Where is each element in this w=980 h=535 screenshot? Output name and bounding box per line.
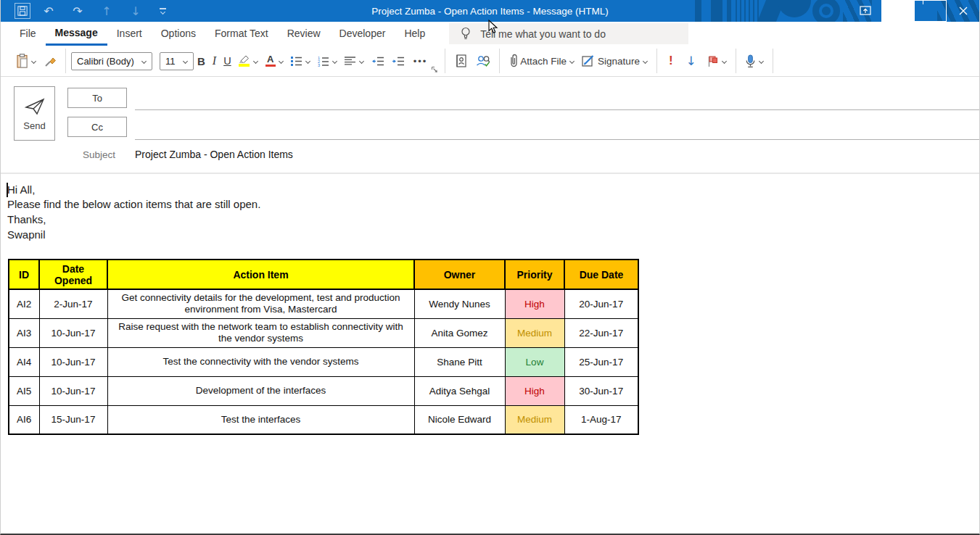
cell-date-opened: 10-Jun-17 <box>39 376 107 405</box>
cell-id: AI5 <box>9 376 39 405</box>
paperclip-icon <box>508 54 517 68</box>
italic-button[interactable]: I <box>209 49 220 72</box>
increase-indent-button[interactable] <box>388 49 408 72</box>
follow-up-flag-button[interactable] <box>703 49 730 72</box>
numbering-button[interactable]: 123 <box>314 49 341 72</box>
text-caret <box>7 183 8 197</box>
cell-action-item: Test the connectivity with the vendor sy… <box>107 347 414 376</box>
align-left-icon <box>345 57 356 65</box>
cell-priority: Low <box>505 347 564 376</box>
format-painter-button[interactable] <box>40 49 60 72</box>
body-greeting: Hi All, <box>7 183 979 197</box>
cell-due-date: 1-Aug-17 <box>564 405 638 434</box>
action-items-table: ID Date Opened Action Item Owner Priorit… <box>8 259 639 435</box>
signature-icon <box>582 54 595 67</box>
signature-button[interactable]: Signature <box>578 49 651 72</box>
cell-owner: Anita Gomez <box>414 318 505 347</box>
cc-field[interactable] <box>135 119 979 140</box>
message-body-editor[interactable]: Hi All, Please find the below action ite… <box>1 174 979 535</box>
cell-owner: Shane Pitt <box>414 347 505 376</box>
dialog-launcher-icon[interactable] <box>431 66 438 73</box>
cell-id: AI6 <box>9 405 39 434</box>
font-size-select[interactable]: 11 <box>160 52 194 70</box>
tab-review[interactable]: Review <box>278 22 330 46</box>
address-book-button[interactable] <box>450 49 472 72</box>
cell-owner: Nicole Edward <box>414 405 505 434</box>
window-controls <box>849 0 979 22</box>
compose-header: Send To Cc Subject Project Zumba - Open … <box>1 77 979 174</box>
text-highlight-button[interactable] <box>235 49 262 72</box>
tab-file[interactable]: File <box>10 22 46 46</box>
tell-me-search[interactable]: Tell me what you want to do <box>449 23 688 44</box>
address-book-icon <box>454 54 468 67</box>
more-commands-button[interactable]: ••• <box>410 49 432 72</box>
undo-icon[interactable]: ↶ <box>34 0 63 22</box>
font-name-select[interactable]: Calibri (Body) <box>71 52 152 70</box>
dictate-button[interactable] <box>741 49 767 72</box>
customize-quick-access-icon[interactable] <box>150 0 175 22</box>
paste-button[interactable] <box>12 49 40 72</box>
flag-icon <box>707 55 719 67</box>
high-importance-button[interactable]: ! <box>662 54 680 68</box>
check-names-button[interactable] <box>472 49 494 72</box>
attach-file-button[interactable]: Attach File <box>505 49 578 72</box>
bullets-button[interactable] <box>287 49 314 72</box>
align-button[interactable] <box>341 49 368 72</box>
cell-action-item: Raise request with the network team to e… <box>107 318 414 347</box>
quick-access-toolbar: ↶ ↷ ↑ ↓ <box>11 0 175 22</box>
low-importance-button[interactable]: ↓ <box>680 54 703 68</box>
cell-date-opened: 10-Jun-17 <box>39 347 107 376</box>
tab-message[interactable]: Message <box>46 22 107 46</box>
body-message: Please find the below action items that … <box>7 197 979 212</box>
send-plane-icon <box>24 96 46 115</box>
cell-due-date: 30-Jun-17 <box>564 376 638 405</box>
header-due-date: Due Date <box>564 260 638 289</box>
svg-text:3: 3 <box>318 63 320 67</box>
cell-due-date: 20-Jun-17 <box>564 289 638 318</box>
cell-action-item: Test the interfaces <box>107 405 414 434</box>
cell-date-opened: 15-Jun-17 <box>39 405 107 434</box>
header-priority: Priority <box>505 260 564 289</box>
minimize-icon[interactable] <box>881 0 914 22</box>
bold-button[interactable]: B <box>194 49 209 72</box>
font-color-button[interactable]: A <box>262 49 287 72</box>
subject-field[interactable]: Project Zumba - Open Action Items <box>135 149 293 160</box>
clipboard-icon <box>16 54 28 68</box>
tell-me-placeholder: Tell me what you want to do <box>480 28 606 40</box>
table-row: AI5 10-Jun-17 Development of the interfa… <box>9 376 638 405</box>
header-action-item: Action Item <box>107 260 414 289</box>
ribbon-tab-bar: File Message Insert Options Format Text … <box>1 22 979 46</box>
decrease-indent-button[interactable] <box>368 49 388 72</box>
tab-options[interactable]: Options <box>152 22 205 46</box>
numbered-list-icon: 123 <box>318 56 329 67</box>
move-down-icon[interactable]: ↓ <box>121 0 150 22</box>
tab-developer[interactable]: Developer <box>330 22 395 46</box>
redo-icon[interactable]: ↷ <box>63 0 92 22</box>
lightbulb-icon <box>461 27 471 41</box>
ribbon-display-options-icon[interactable] <box>849 0 881 22</box>
cell-owner: Aditya Sehgal <box>414 376 505 405</box>
close-icon[interactable] <box>947 0 979 22</box>
underline-button[interactable]: U <box>220 49 234 72</box>
cell-date-opened: 2-Jun-17 <box>39 289 107 318</box>
header-id: ID <box>9 260 39 289</box>
cc-button[interactable]: Cc <box>67 117 127 137</box>
restore-icon[interactable] <box>914 0 947 22</box>
cell-id: AI2 <box>9 289 39 318</box>
highlighter-icon <box>239 55 250 63</box>
to-button[interactable]: To <box>67 88 127 108</box>
bullet-list-icon <box>291 56 302 66</box>
tab-format-text[interactable]: Format Text <box>205 22 278 46</box>
move-up-icon[interactable]: ↑ <box>92 0 121 22</box>
subject-label: Subject <box>83 149 115 160</box>
to-field[interactable] <box>135 89 979 110</box>
tab-help[interactable]: Help <box>395 22 435 46</box>
cell-priority: High <box>505 376 564 405</box>
cell-due-date: 22-Jun-17 <box>564 318 638 347</box>
save-icon[interactable] <box>11 0 34 22</box>
cell-priority: Medium <box>505 405 564 434</box>
cell-owner: Wendy Nunes <box>414 289 505 318</box>
tab-insert[interactable]: Insert <box>107 22 152 46</box>
cell-id: AI3 <box>9 318 39 347</box>
send-button[interactable]: Send <box>14 86 55 141</box>
